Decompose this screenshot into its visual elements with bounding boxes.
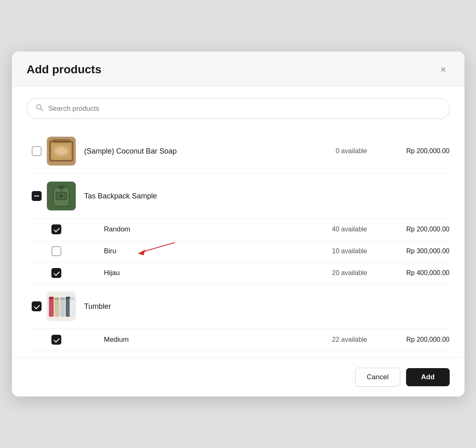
variant-price: Rp 400,000.00 [376,269,450,277]
variant-name: Hijau [104,269,293,277]
product-checkbox[interactable] [32,146,42,156]
variant-name: Biru [104,247,293,255]
product-name: Tumbler [84,302,450,311]
product-list: (Sample) Coconut Bar Soap0 availableRp 2… [27,129,450,351]
svg-rect-24 [60,298,65,300]
svg-rect-23 [60,298,65,317]
modal-header: Add products × [12,51,464,86]
svg-rect-27 [70,298,74,317]
add-products-modal: Add products × (Sample) Co [12,51,464,397]
product-checkbox[interactable] [32,301,42,311]
product-checkbox[interactable] [51,224,61,234]
product-name: Tas Backpack Sample [84,192,450,201]
product-row: (Sample) Coconut Bar Soap0 availableRp 2… [27,129,450,174]
search-input[interactable] [49,105,441,113]
product-checkbox[interactable] [32,191,42,201]
svg-rect-28 [70,298,74,300]
variant-availability: 40 available [293,226,367,233]
product-row: Tumbler [27,284,450,329]
svg-point-6 [56,147,67,155]
variant-availability: 20 available [293,269,367,277]
svg-rect-20 [49,297,53,299]
modal-title: Add products [27,63,102,76]
product-checkbox[interactable] [51,246,61,256]
variant-row: Random40 availableRp 200,000.00 [27,219,450,240]
product-row: Tas Backpack Sample [27,174,450,219]
product-checkbox[interactable] [51,268,61,278]
close-button[interactable]: × [437,63,449,76]
tumbler-thumbnail [46,292,76,321]
product-name: (Sample) Coconut Bar Soap [84,147,293,156]
svg-rect-14 [58,186,65,189]
variant-row: Medium22 availableRp 200,000.00 [27,329,450,351]
variant-price: Rp 300,000.00 [376,247,450,255]
modal-body: (Sample) Coconut Bar Soap0 availableRp 2… [12,86,464,351]
backpack-thumbnail [46,181,76,211]
search-icon [35,103,44,114]
product-price: Rp 200,000.00 [376,147,450,155]
svg-rect-21 [54,298,59,317]
svg-rect-22 [54,298,59,300]
variant-availability: 22 available [293,336,367,343]
modal-footer: Cancel Add [12,357,464,397]
add-button[interactable]: Add [406,368,449,386]
svg-point-13 [60,195,63,197]
variant-row: Hijau20 availableRp 400,000.00 [27,262,450,284]
svg-rect-19 [49,297,53,317]
variant-price: Rp 200,000.00 [376,336,450,343]
product-checkbox[interactable] [51,335,61,345]
svg-rect-7 [52,139,70,143]
variant-row: Biru 10 availableRp 300,000.00 [27,240,450,262]
svg-line-1 [40,109,43,111]
cancel-button[interactable]: Cancel [355,368,401,387]
soap-thumbnail [46,136,76,166]
variant-availability: 10 available [293,247,367,255]
product-availability: 0 available [293,147,367,155]
variant-name: Random [104,225,293,233]
search-bar [27,98,450,119]
variant-price: Rp 200,000.00 [376,226,450,233]
variant-name: Medium [104,336,293,344]
